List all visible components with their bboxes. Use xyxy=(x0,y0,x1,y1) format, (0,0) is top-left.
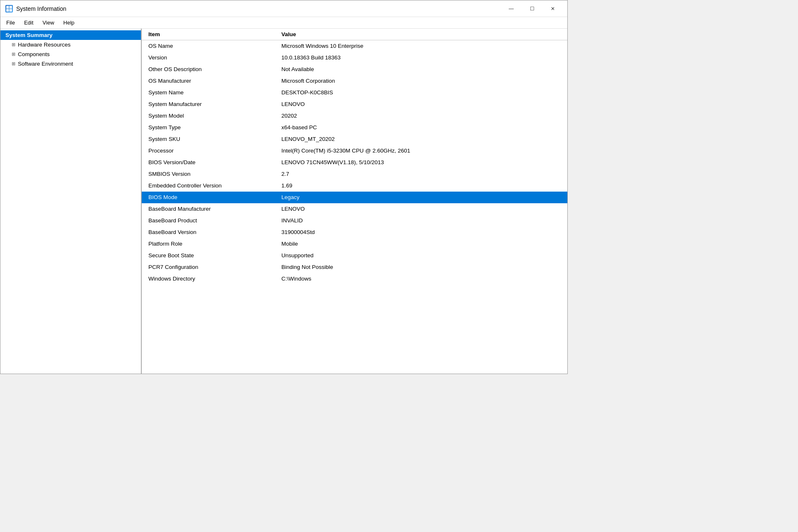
table-row[interactable]: BaseBoard ProductINVALID xyxy=(142,215,567,227)
cell-value: LENOVO 71CN45WW(V1.18), 5/10/2013 xyxy=(275,157,567,168)
cell-item: Embedded Controller Version xyxy=(142,180,275,192)
cell-value: Mobile xyxy=(275,238,567,250)
table-row[interactable]: OS NameMicrosoft Windows 10 Enterprise xyxy=(142,40,567,52)
title-bar: System Information — ☐ ✕ xyxy=(0,0,567,17)
cell-value: DESKTOP-K0C8BIS xyxy=(275,87,567,99)
cell-value: LENOVO_MT_20202 xyxy=(275,133,567,145)
title-bar-left: System Information xyxy=(5,5,66,12)
expand-icon-components: ⊞ xyxy=(10,52,16,57)
table-row[interactable]: Windows DirectoryC:\Windows xyxy=(142,273,567,285)
menu-help[interactable]: Help xyxy=(59,18,79,27)
tree-label-components: Components xyxy=(18,51,50,57)
table-row[interactable]: Other OS DescriptionNot Available xyxy=(142,64,567,75)
app-icon xyxy=(5,5,13,12)
cell-value: C:\Windows xyxy=(275,273,567,285)
right-panel[interactable]: Item Value OS NameMicrosoft Windows 10 E… xyxy=(142,29,567,374)
table-row[interactable]: BaseBoard ManufacturerLENOVO xyxy=(142,203,567,215)
close-button[interactable]: ✕ xyxy=(543,2,562,15)
cell-value: 31900004Std xyxy=(275,227,567,238)
tree-item-hardware-resources[interactable]: ⊞ Hardware Resources xyxy=(0,40,141,49)
header-value: Value xyxy=(275,29,567,40)
cell-item: BIOS Mode xyxy=(142,192,275,203)
cell-item: System Manufacturer xyxy=(142,99,275,110)
cell-value: 2.7 xyxy=(275,168,567,180)
tree-label-system-summary: System Summary xyxy=(5,32,52,38)
cell-value: 20202 xyxy=(275,110,567,122)
cell-item: System Model xyxy=(142,110,275,122)
cell-value: Legacy xyxy=(275,192,567,203)
cell-value: Unsupported xyxy=(275,250,567,261)
table-row[interactable]: Version10.0.18363 Build 18363 xyxy=(142,52,567,64)
table-row[interactable]: Platform RoleMobile xyxy=(142,238,567,250)
cell-item: Platform Role xyxy=(142,238,275,250)
menu-edit[interactable]: Edit xyxy=(20,18,37,27)
cell-value: Microsoft Corporation xyxy=(275,75,567,87)
cell-value: 10.0.18363 Build 18363 xyxy=(275,52,567,64)
expand-icon-software: ⊞ xyxy=(10,61,16,66)
title-bar-controls: — ☐ ✕ xyxy=(502,2,562,15)
cell-value: Not Available xyxy=(275,64,567,75)
table-row[interactable]: System SKULENOVO_MT_20202 xyxy=(142,133,567,145)
left-panel: System Summary ⊞ Hardware Resources ⊞ Co… xyxy=(0,29,142,374)
main-window: System Information — ☐ ✕ File Edit View … xyxy=(0,0,568,374)
cell-item: SMBIOS Version xyxy=(142,168,275,180)
tree-label-software-environment: Software Environment xyxy=(18,61,73,67)
cell-value: INVALID xyxy=(275,215,567,227)
cell-item: System SKU xyxy=(142,133,275,145)
maximize-button[interactable]: ☐ xyxy=(522,2,542,15)
cell-item: Windows Directory xyxy=(142,273,275,285)
expand-icon-hardware: ⊞ xyxy=(10,42,16,47)
content-area: System Summary ⊞ Hardware Resources ⊞ Co… xyxy=(0,29,567,374)
cell-item: System Name xyxy=(142,87,275,99)
tree-label-hardware-resources: Hardware Resources xyxy=(18,42,71,48)
cell-item: OS Manufacturer xyxy=(142,75,275,87)
table-row[interactable]: ProcessorIntel(R) Core(TM) i5-3230M CPU … xyxy=(142,145,567,157)
table-row[interactable]: System ManufacturerLENOVO xyxy=(142,99,567,110)
menu-bar: File Edit View Help xyxy=(0,17,567,29)
cell-item: Other OS Description xyxy=(142,64,275,75)
tree-item-system-summary[interactable]: System Summary xyxy=(0,30,141,40)
table-row[interactable]: Secure Boot StateUnsupported xyxy=(142,250,567,261)
table-row[interactable]: SMBIOS Version2.7 xyxy=(142,168,567,180)
table-row[interactable]: System Model20202 xyxy=(142,110,567,122)
cell-item: BaseBoard Manufacturer xyxy=(142,203,275,215)
svg-rect-0 xyxy=(6,6,9,9)
cell-item: BaseBoard Product xyxy=(142,215,275,227)
window-title: System Information xyxy=(16,5,66,12)
table-row[interactable]: BIOS ModeLegacy xyxy=(142,192,567,203)
tree-item-components[interactable]: ⊞ Components xyxy=(0,49,141,59)
header-item: Item xyxy=(142,29,275,40)
menu-view[interactable]: View xyxy=(38,18,58,27)
table-row[interactable]: BIOS Version/DateLENOVO 71CN45WW(V1.18),… xyxy=(142,157,567,168)
menu-file[interactable]: File xyxy=(2,18,19,27)
cell-item: System Type xyxy=(142,122,275,133)
cell-value: x64-based PC xyxy=(275,122,567,133)
cell-value: 1.69 xyxy=(275,180,567,192)
table-row[interactable]: System NameDESKTOP-K0C8BIS xyxy=(142,87,567,99)
cell-item: BaseBoard Version xyxy=(142,227,275,238)
cell-item: Version xyxy=(142,52,275,64)
cell-item: Processor xyxy=(142,145,275,157)
info-table: Item Value OS NameMicrosoft Windows 10 E… xyxy=(142,29,567,285)
cell-value: LENOVO xyxy=(275,203,567,215)
table-row[interactable]: PCR7 ConfigurationBinding Not Possible xyxy=(142,261,567,273)
cell-item: PCR7 Configuration xyxy=(142,261,275,273)
table-row[interactable]: OS ManufacturerMicrosoft Corporation xyxy=(142,75,567,87)
table-row[interactable]: BaseBoard Version31900004Std xyxy=(142,227,567,238)
cell-item: BIOS Version/Date xyxy=(142,157,275,168)
table-row[interactable]: Embedded Controller Version1.69 xyxy=(142,180,567,192)
table-row[interactable]: System Typex64-based PC xyxy=(142,122,567,133)
cell-value: Microsoft Windows 10 Enterprise xyxy=(275,40,567,52)
minimize-button[interactable]: — xyxy=(502,2,521,15)
cell-value: LENOVO xyxy=(275,99,567,110)
svg-rect-2 xyxy=(6,9,9,12)
cell-item: OS Name xyxy=(142,40,275,52)
cell-value: Binding Not Possible xyxy=(275,261,567,273)
cell-item: Secure Boot State xyxy=(142,250,275,261)
svg-rect-1 xyxy=(10,6,12,9)
svg-rect-3 xyxy=(10,9,12,12)
tree-item-software-environment[interactable]: ⊞ Software Environment xyxy=(0,59,141,69)
cell-value: Intel(R) Core(TM) i5-3230M CPU @ 2.60GHz… xyxy=(275,145,567,157)
